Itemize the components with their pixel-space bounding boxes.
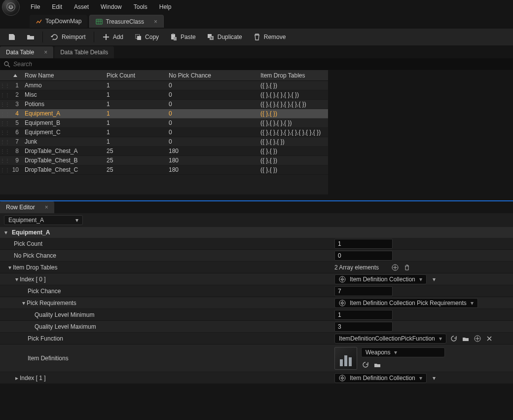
menu-tools[interactable]: Tools	[128, 1, 153, 12]
browse-button[interactable]	[22, 30, 39, 44]
item-definition-collection-dropdown[interactable]: Item Definition Collection	[334, 274, 427, 284]
item-definitions-dropdown[interactable]: Weapons	[361, 347, 445, 357]
add-element-button[interactable]	[391, 263, 400, 272]
datatable-icon	[96, 18, 103, 25]
header-pick-count[interactable]: Pick Count	[105, 72, 167, 79]
drag-handle-icon[interactable]: ⋮⋮	[0, 167, 8, 173]
row-no-pick-chance: 0	[167, 82, 258, 89]
drag-handle-icon[interactable]: ⋮⋮	[0, 139, 8, 145]
pick-chance-input[interactable]	[334, 286, 393, 296]
drag-handle-icon[interactable]: ⋮⋮	[0, 83, 8, 88]
row-item-drop-tables: ({ },{ })	[258, 110, 328, 117]
tab-data-table[interactable]: Data Table ×	[0, 46, 53, 58]
drag-handle-icon[interactable]: ⋮⋮	[0, 158, 8, 163]
header-row-name[interactable]: Row Name	[23, 72, 105, 79]
sort-indicator-icon[interactable]	[8, 74, 23, 77]
drag-handle-icon[interactable]: ⋮⋮	[0, 130, 8, 135]
row-item-drop-tables: ({ },{ })	[258, 157, 328, 164]
search-input[interactable]	[13, 61, 510, 68]
table-row[interactable]: ⋮⋮1Ammo10({ },{ })	[0, 81, 328, 90]
main-menubar: FileEditAssetWindowToolsHelp	[0, 0, 513, 14]
row-name: Misc	[23, 91, 105, 98]
table-row[interactable]: ⋮⋮3Potions10({ },{ },{ },{ },{ },{ })	[0, 100, 328, 109]
reimport-button[interactable]: Reimport	[46, 30, 91, 44]
element-options-button[interactable]	[430, 275, 439, 284]
drag-handle-icon[interactable]: ⋮⋮	[0, 120, 8, 126]
reset-to-default-button[interactable]	[449, 334, 458, 343]
header-item-drop-tables[interactable]: Item Drop Tables	[258, 72, 328, 79]
row-name: DropTable_Chest_A	[23, 148, 105, 154]
collapse-icon[interactable]	[21, 300, 27, 306]
table-row[interactable]: ⋮⋮7Junk10({ },{ },{ })	[0, 137, 328, 147]
element-options-button[interactable]	[430, 374, 439, 382]
menu-file[interactable]: File	[25, 1, 46, 12]
item-definition-collection-dropdown[interactable]: Item Definition Collection	[334, 373, 427, 383]
row-name: Potions	[23, 101, 105, 108]
menu-asset[interactable]: Asset	[68, 1, 95, 12]
collapse-icon[interactable]	[3, 229, 9, 236]
row-pick-count: 1	[105, 91, 167, 98]
add-button[interactable]	[473, 334, 482, 343]
browse-to-asset-button[interactable]	[373, 360, 382, 369]
tab-row-editor[interactable]: Row Editor ×	[0, 201, 54, 213]
drag-handle-icon[interactable]: ⋮⋮	[0, 102, 8, 107]
row-selector-dropdown[interactable]: Equipment_A	[4, 215, 83, 225]
tab-data-table-details[interactable]: Data Table Details	[54, 46, 114, 58]
prop-item-definitions-label: Item Definitions	[28, 355, 69, 362]
row-index: 10	[8, 166, 23, 173]
pick-function-dropdown[interactable]: ItemDefinitionCollectionPickFunction	[334, 334, 446, 344]
table-row[interactable]: ⋮⋮10DropTable_Chest_C25180({ },{ })	[0, 165, 328, 175]
quality-min-input[interactable]	[334, 310, 393, 320]
expand-icon[interactable]	[14, 375, 20, 382]
pick-requirements-dropdown[interactable]: Item Definition Collection Pick Requirem…	[334, 298, 478, 308]
copy-button[interactable]: Copy	[129, 30, 164, 44]
prop-pick-requirements-label: Pick Requirements	[27, 300, 76, 306]
row-no-pick-chance: 0	[167, 138, 258, 145]
add-button[interactable]: Add	[97, 30, 128, 44]
clear-button[interactable]	[485, 334, 494, 343]
row-index: 7	[8, 138, 23, 145]
collapse-icon[interactable]	[7, 264, 13, 271]
menu-edit[interactable]: Edit	[46, 1, 68, 12]
close-icon[interactable]: ×	[45, 204, 48, 211]
row-index: 9	[8, 157, 23, 164]
asset-tab-topdownmap[interactable]: TopDownMap	[30, 15, 87, 28]
table-row[interactable]: ⋮⋮2Misc10({ },{ },{ },{ },{ })	[0, 90, 328, 100]
menu-window[interactable]: Window	[95, 1, 128, 12]
drag-handle-icon[interactable]: ⋮⋮	[0, 111, 8, 116]
browse-to-button[interactable]	[461, 334, 470, 343]
row-pick-count: 1	[105, 101, 167, 108]
table-row[interactable]: ⋮⋮5Equipment_B10({ },{ },{ },{ })	[0, 118, 328, 128]
search-bar[interactable]	[0, 58, 513, 70]
menu-help[interactable]: Help	[153, 1, 178, 12]
svg-rect-1	[96, 19, 102, 24]
asset-tab-treasureclass[interactable]: TreasureClass ×	[89, 15, 164, 28]
drag-handle-icon[interactable]: ⋮⋮	[0, 92, 8, 98]
no-pick-chance-input[interactable]	[334, 251, 393, 261]
paste-button[interactable]: Paste	[165, 30, 201, 44]
close-icon[interactable]: ×	[44, 49, 47, 56]
use-selected-asset-button[interactable]	[361, 360, 370, 369]
row-no-pick-chance: 180	[167, 166, 258, 173]
row-name: Ammo	[23, 82, 105, 89]
header-no-pick-chance[interactable]: No Pick Chance	[167, 72, 258, 79]
row-pick-count: 1	[105, 110, 167, 117]
table-row[interactable]: ⋮⋮6Equipment_C10({ },{ },{ },{ },{ },{ }…	[0, 128, 328, 137]
row-item-drop-tables: ({ },{ },{ })	[258, 138, 328, 145]
clear-array-button[interactable]	[403, 263, 411, 272]
asset-thumbnail[interactable]	[334, 347, 357, 370]
section-header-equipment-a[interactable]: Equipment_A	[0, 227, 513, 238]
save-button[interactable]	[3, 30, 21, 44]
duplicate-button[interactable]: Duplicate	[202, 30, 247, 44]
table-row[interactable]: ⋮⋮8DropTable_Chest_A25180({ },{ })	[0, 147, 328, 156]
row-no-pick-chance: 0	[167, 129, 258, 136]
table-row[interactable]: ⋮⋮9DropTable_Chest_B25180({ },{ })	[0, 156, 328, 165]
prop-pick-function-label: Pick Function	[28, 335, 63, 342]
close-icon[interactable]: ×	[154, 18, 157, 25]
table-row[interactable]: ⋮⋮4Equipment_A10({ },{ })	[0, 109, 328, 118]
pick-count-input[interactable]	[334, 239, 393, 249]
quality-max-input[interactable]	[334, 322, 393, 332]
collapse-icon[interactable]	[14, 276, 20, 283]
drag-handle-icon[interactable]: ⋮⋮	[0, 149, 8, 154]
remove-button[interactable]: Remove	[248, 30, 291, 44]
